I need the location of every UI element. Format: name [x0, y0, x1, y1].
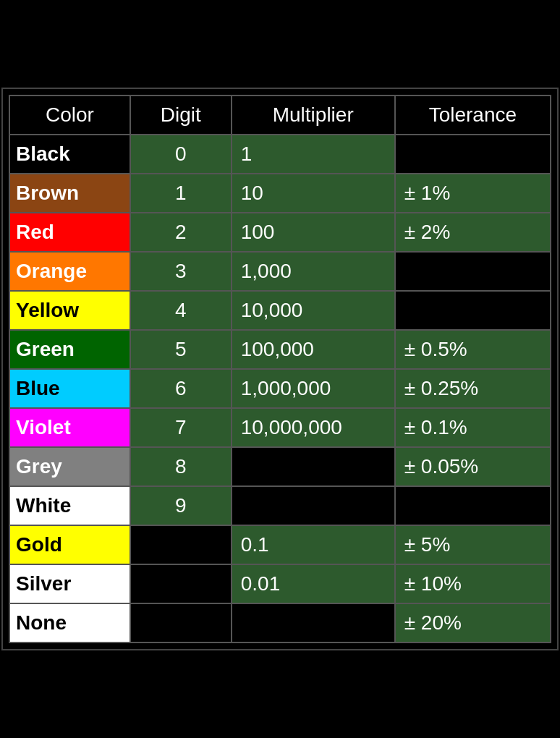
color-cell: Violet: [9, 408, 130, 447]
multiplier-header: Multiplier: [232, 96, 395, 135]
digit-cell: 7: [130, 408, 232, 447]
digit-cell: 6: [130, 369, 232, 408]
color-cell: Silver: [9, 564, 130, 603]
table-row: Green5100,000± 0.5%: [9, 330, 551, 369]
tolerance-cell: ± 1%: [395, 174, 551, 213]
tolerance-cell: ± 0.05%: [395, 447, 551, 486]
table-row: White9: [9, 486, 551, 525]
tolerance-cell: [395, 486, 551, 525]
color-cell: Yellow: [9, 291, 130, 330]
tolerance-cell: ± 20%: [395, 603, 551, 642]
digit-cell: 4: [130, 291, 232, 330]
tolerance-cell: ± 0.5%: [395, 330, 551, 369]
table-row: Black01: [9, 135, 551, 174]
table-row: Red2100± 2%: [9, 213, 551, 252]
table-row: Gold0.1± 5%: [9, 525, 551, 564]
tolerance-cell: [395, 135, 551, 174]
table-row: Silver0.01± 10%: [9, 564, 551, 603]
tolerance-cell: ± 5%: [395, 525, 551, 564]
multiplier-cell: 10,000,000: [232, 408, 395, 447]
digit-cell: [130, 525, 232, 564]
digit-cell: [130, 603, 232, 642]
digit-cell: 3: [130, 252, 232, 291]
multiplier-cell: 100,000: [232, 330, 395, 369]
digit-cell: 0: [130, 135, 232, 174]
tolerance-cell: ± 0.1%: [395, 408, 551, 447]
tolerance-cell: [395, 291, 551, 330]
color-cell: Grey: [9, 447, 130, 486]
header-row: Color Digit Multiplier Tolerance: [9, 96, 551, 135]
multiplier-cell: [232, 603, 395, 642]
table-row: None± 20%: [9, 603, 551, 642]
multiplier-cell: 10,000: [232, 291, 395, 330]
multiplier-cell: 1,000: [232, 252, 395, 291]
color-cell: None: [9, 603, 130, 642]
color-cell: Brown: [9, 174, 130, 213]
color-cell: Green: [9, 330, 130, 369]
multiplier-cell: 100: [232, 213, 395, 252]
table-row: Orange31,000: [9, 252, 551, 291]
table-row: Brown110± 1%: [9, 174, 551, 213]
multiplier-cell: 1: [232, 135, 395, 174]
multiplier-cell: 1,000,000: [232, 369, 395, 408]
multiplier-cell: [232, 447, 395, 486]
color-header: Color: [9, 96, 130, 135]
color-cell: White: [9, 486, 130, 525]
digit-cell: 1: [130, 174, 232, 213]
multiplier-cell: 10: [232, 174, 395, 213]
table-row: Blue61,000,000± 0.25%: [9, 369, 551, 408]
table-row: Grey8± 0.05%: [9, 447, 551, 486]
tolerance-cell: ± 10%: [395, 564, 551, 603]
digit-cell: 8: [130, 447, 232, 486]
multiplier-cell: 0.1: [232, 525, 395, 564]
tolerance-cell: [395, 252, 551, 291]
digit-cell: 2: [130, 213, 232, 252]
color-cell: Gold: [9, 525, 130, 564]
color-code-table: Color Digit Multiplier Tolerance Black01…: [9, 95, 551, 643]
digit-cell: [130, 564, 232, 603]
tolerance-cell: ± 2%: [395, 213, 551, 252]
multiplier-cell: 0.01: [232, 564, 395, 603]
digit-cell: 5: [130, 330, 232, 369]
color-cell: Red: [9, 213, 130, 252]
color-cell: Orange: [9, 252, 130, 291]
resistor-color-table: Color Digit Multiplier Tolerance Black01…: [1, 88, 559, 650]
color-cell: Black: [9, 135, 130, 174]
digit-header: Digit: [130, 96, 232, 135]
table-row: Yellow410,000: [9, 291, 551, 330]
tolerance-header: Tolerance: [395, 96, 551, 135]
table-row: Violet710,000,000± 0.1%: [9, 408, 551, 447]
color-cell: Blue: [9, 369, 130, 408]
tolerance-cell: ± 0.25%: [395, 369, 551, 408]
multiplier-cell: [232, 486, 395, 525]
digit-cell: 9: [130, 486, 232, 525]
